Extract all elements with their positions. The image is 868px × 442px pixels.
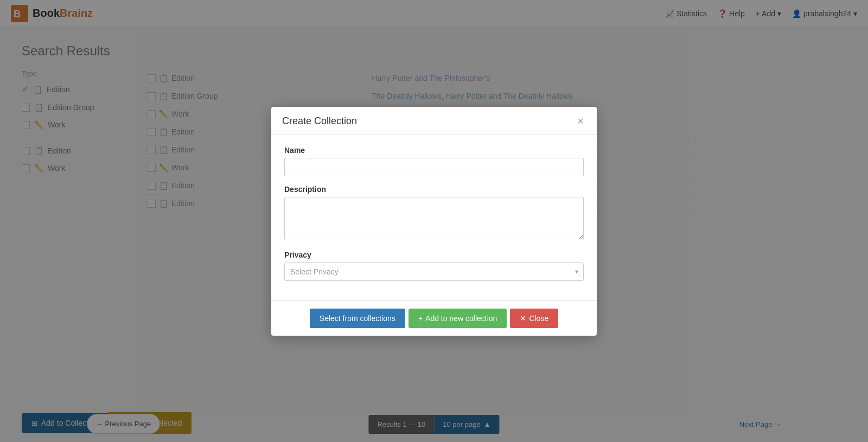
name-label: Name bbox=[284, 146, 584, 155]
modal-body: Name Description Privacy Select Privacy … bbox=[271, 135, 597, 229]
modal-overlay[interactable]: Create Collection × Name Description Pri… bbox=[0, 0, 868, 229]
modal-close-x-button[interactable]: × bbox=[575, 116, 586, 126]
description-form-group: Description bbox=[284, 185, 584, 229]
modal-header: Create Collection × bbox=[271, 107, 597, 135]
description-textarea[interactable] bbox=[284, 197, 584, 229]
name-form-group: Name bbox=[284, 146, 584, 176]
create-collection-modal: Create Collection × Name Description Pri… bbox=[271, 107, 597, 229]
modal-title: Create Collection bbox=[282, 116, 357, 127]
name-input[interactable] bbox=[284, 158, 584, 176]
description-label: Description bbox=[284, 185, 584, 194]
